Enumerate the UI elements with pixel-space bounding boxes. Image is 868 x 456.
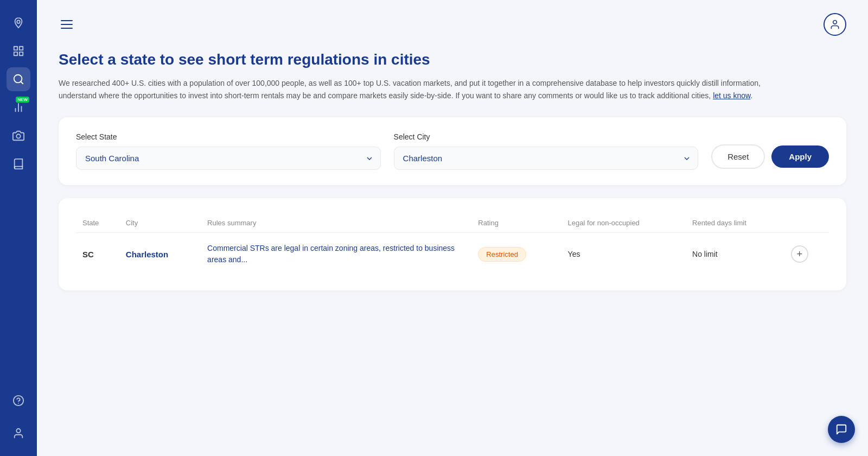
- state-select[interactable]: South Carolina California Florida Texas …: [76, 147, 381, 170]
- row-rating: Restricted: [478, 247, 526, 262]
- city-filter-label: Select City: [394, 132, 699, 141]
- svg-point-0: [17, 20, 20, 23]
- row-legal: Yes: [568, 250, 580, 258]
- expand-button[interactable]: +: [791, 245, 808, 263]
- reset-button[interactable]: Reset: [711, 144, 765, 169]
- new-badge: NEW: [16, 97, 29, 103]
- row-days-limit: No limit: [692, 250, 718, 258]
- svg-rect-3: [14, 52, 17, 55]
- user-avatar-button[interactable]: [824, 13, 846, 36]
- main-content: Select a state to see short term regulat…: [37, 0, 868, 456]
- topbar: [59, 13, 846, 36]
- sidebar-item-chart[interactable]: NEW: [7, 96, 30, 119]
- page-title: Select a state to see short term regulat…: [59, 51, 846, 68]
- svg-point-14: [833, 21, 837, 24]
- svg-line-6: [21, 81, 23, 84]
- city-select[interactable]: Charleston Columbia Greenville Myrtle Be…: [394, 147, 699, 170]
- sidebar-item-book[interactable]: [7, 152, 30, 176]
- svg-rect-1: [14, 47, 17, 50]
- row-rules: Commercial STRs are legal in certain zon…: [207, 244, 455, 264]
- hamburger-menu[interactable]: [59, 18, 75, 31]
- table-row: SC Charleston Commercial STRs are legal …: [76, 233, 829, 276]
- sidebar-item-user[interactable]: [7, 421, 30, 445]
- sidebar-item-help[interactable]: [7, 389, 30, 413]
- page-description: We researched 400+ U.S. cities with a po…: [59, 77, 764, 102]
- col-state: State: [76, 213, 119, 233]
- col-legal: Legal for non-occupied: [561, 213, 686, 233]
- col-rules: Rules summary: [201, 213, 471, 233]
- sidebar-item-camera[interactable]: [7, 124, 30, 148]
- svg-rect-2: [20, 47, 23, 50]
- sidebar-item-location[interactable]: [7, 11, 30, 35]
- svg-point-13: [16, 429, 20, 433]
- sidebar-item-grid[interactable]: [7, 39, 30, 63]
- results-card: State City Rules summary Rating Legal fo…: [59, 198, 846, 290]
- chat-icon: [835, 423, 847, 435]
- sidebar: NEW: [0, 0, 37, 456]
- row-state: SC: [82, 250, 94, 259]
- col-city: City: [119, 213, 201, 233]
- col-days: Rented days limit: [686, 213, 784, 233]
- results-table: State City Rules summary Rating Legal fo…: [76, 213, 829, 275]
- let-us-know-link[interactable]: let us know: [713, 91, 750, 100]
- row-city: Charleston: [126, 250, 168, 259]
- apply-button[interactable]: Apply: [771, 145, 829, 168]
- svg-point-10: [16, 134, 20, 138]
- state-filter-label: Select State: [76, 132, 381, 141]
- filter-card: Select State South Carolina California F…: [59, 117, 846, 185]
- plus-icon: +: [796, 249, 802, 260]
- chat-button[interactable]: [828, 416, 855, 443]
- city-filter-group: Select City Charleston Columbia Greenvil…: [394, 132, 699, 170]
- sidebar-item-search[interactable]: [7, 67, 30, 91]
- svg-rect-4: [20, 52, 23, 55]
- filter-actions: Reset Apply: [711, 144, 829, 170]
- col-rating: Rating: [471, 213, 561, 233]
- state-filter-group: Select State South Carolina California F…: [76, 132, 381, 170]
- col-expand: [784, 213, 829, 233]
